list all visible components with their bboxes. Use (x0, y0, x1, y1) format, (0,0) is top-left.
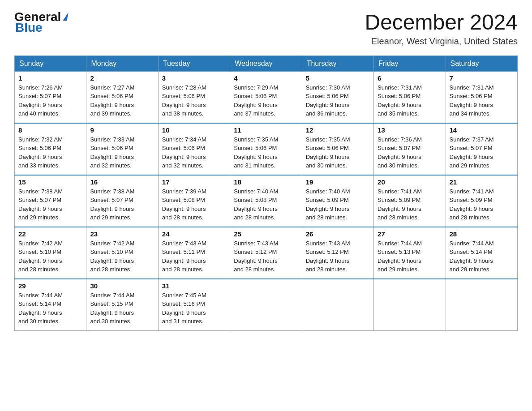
calendar-week-row: 15 Sunrise: 7:38 AM Sunset: 5:07 PM Dayl… (15, 175, 518, 227)
day-info: Sunrise: 7:26 AM Sunset: 5:07 PM Dayligh… (18, 83, 82, 118)
calendar-cell: 13 Sunrise: 7:36 AM Sunset: 5:07 PM Dayl… (374, 123, 446, 175)
calendar-cell: 6 Sunrise: 7:31 AM Sunset: 5:06 PM Dayli… (374, 71, 446, 123)
calendar-cell: 22 Sunrise: 7:42 AM Sunset: 5:10 PM Dayl… (15, 227, 86, 279)
calendar-cell: 27 Sunrise: 7:44 AM Sunset: 5:13 PM Dayl… (374, 227, 446, 279)
day-info: Sunrise: 7:44 AM Sunset: 5:13 PM Dayligh… (378, 239, 442, 274)
calendar-cell (230, 279, 302, 331)
day-info: Sunrise: 7:40 AM Sunset: 5:08 PM Dayligh… (234, 187, 298, 222)
day-info: Sunrise: 7:38 AM Sunset: 5:07 PM Dayligh… (90, 187, 154, 222)
calendar-table: SundayMondayTuesdayWednesdayThursdayFrid… (14, 56, 518, 331)
page-header: General Blue December 2024 Eleanor, West… (14, 11, 518, 47)
day-number: 19 (306, 178, 370, 186)
day-number: 21 (450, 178, 514, 186)
calendar-cell: 18 Sunrise: 7:40 AM Sunset: 5:08 PM Dayl… (230, 175, 302, 227)
calendar-cell: 26 Sunrise: 7:43 AM Sunset: 5:12 PM Dayl… (302, 227, 373, 279)
day-info: Sunrise: 7:41 AM Sunset: 5:09 PM Dayligh… (378, 187, 442, 222)
day-number: 12 (306, 126, 370, 134)
day-number: 16 (90, 178, 154, 186)
day-number: 27 (378, 230, 442, 238)
day-number: 25 (234, 230, 298, 238)
logo: General Blue (14, 11, 68, 34)
calendar-cell: 15 Sunrise: 7:38 AM Sunset: 5:07 PM Dayl… (15, 175, 86, 227)
day-info: Sunrise: 7:30 AM Sunset: 5:06 PM Dayligh… (306, 83, 370, 118)
calendar-cell: 1 Sunrise: 7:26 AM Sunset: 5:07 PM Dayli… (15, 71, 86, 123)
calendar-cell: 8 Sunrise: 7:32 AM Sunset: 5:06 PM Dayli… (15, 123, 86, 175)
day-info: Sunrise: 7:44 AM Sunset: 5:14 PM Dayligh… (18, 291, 82, 326)
day-number: 13 (378, 126, 442, 134)
calendar-day-header: Tuesday (158, 56, 230, 71)
calendar-cell: 12 Sunrise: 7:35 AM Sunset: 5:06 PM Dayl… (302, 123, 373, 175)
month-title: December 2024 (365, 11, 518, 34)
day-number: 6 (378, 74, 442, 82)
calendar-cell: 19 Sunrise: 7:40 AM Sunset: 5:09 PM Dayl… (302, 175, 373, 227)
calendar-cell: 7 Sunrise: 7:31 AM Sunset: 5:06 PM Dayli… (446, 71, 517, 123)
calendar-cell: 11 Sunrise: 7:35 AM Sunset: 5:06 PM Dayl… (230, 123, 302, 175)
calendar-cell (302, 279, 373, 331)
day-number: 7 (450, 74, 514, 82)
day-info: Sunrise: 7:42 AM Sunset: 5:10 PM Dayligh… (18, 239, 82, 274)
day-number: 20 (378, 178, 442, 186)
day-number: 29 (18, 282, 82, 290)
day-number: 22 (18, 230, 82, 238)
day-number: 9 (90, 126, 154, 134)
day-number: 10 (162, 126, 226, 134)
day-number: 17 (162, 178, 226, 186)
calendar-day-header: Friday (374, 56, 446, 71)
logo-triangle-icon (63, 13, 69, 21)
calendar-cell (446, 279, 517, 331)
day-info: Sunrise: 7:29 AM Sunset: 5:06 PM Dayligh… (234, 83, 298, 118)
day-number: 1 (18, 74, 82, 82)
day-info: Sunrise: 7:32 AM Sunset: 5:06 PM Dayligh… (18, 135, 82, 170)
day-info: Sunrise: 7:27 AM Sunset: 5:06 PM Dayligh… (90, 83, 154, 118)
day-info: Sunrise: 7:43 AM Sunset: 5:12 PM Dayligh… (234, 239, 298, 274)
calendar-cell: 25 Sunrise: 7:43 AM Sunset: 5:12 PM Dayl… (230, 227, 302, 279)
day-number: 26 (306, 230, 370, 238)
day-info: Sunrise: 7:34 AM Sunset: 5:06 PM Dayligh… (162, 135, 226, 170)
calendar-week-row: 29 Sunrise: 7:44 AM Sunset: 5:14 PM Dayl… (15, 279, 518, 331)
day-number: 11 (234, 126, 298, 134)
header-right: December 2024 Eleanor, West Virginia, Un… (365, 11, 518, 47)
day-info: Sunrise: 7:38 AM Sunset: 5:07 PM Dayligh… (18, 187, 82, 222)
day-number: 5 (306, 74, 370, 82)
day-number: 4 (234, 74, 298, 82)
day-info: Sunrise: 7:31 AM Sunset: 5:06 PM Dayligh… (378, 83, 442, 118)
calendar-day-header: Thursday (302, 56, 373, 71)
day-info: Sunrise: 7:35 AM Sunset: 5:06 PM Dayligh… (306, 135, 370, 170)
calendar-week-row: 1 Sunrise: 7:26 AM Sunset: 5:07 PM Dayli… (15, 71, 518, 123)
day-info: Sunrise: 7:35 AM Sunset: 5:06 PM Dayligh… (234, 135, 298, 170)
day-info: Sunrise: 7:37 AM Sunset: 5:07 PM Dayligh… (450, 135, 514, 170)
calendar-cell: 3 Sunrise: 7:28 AM Sunset: 5:06 PM Dayli… (158, 71, 230, 123)
logo-blue-text: Blue (15, 21, 68, 34)
day-number: 18 (234, 178, 298, 186)
day-info: Sunrise: 7:44 AM Sunset: 5:14 PM Dayligh… (450, 239, 514, 274)
location: Eleanor, West Virginia, United States (365, 36, 518, 47)
calendar-cell: 14 Sunrise: 7:37 AM Sunset: 5:07 PM Dayl… (446, 123, 517, 175)
calendar-cell: 20 Sunrise: 7:41 AM Sunset: 5:09 PM Dayl… (374, 175, 446, 227)
day-info: Sunrise: 7:42 AM Sunset: 5:10 PM Dayligh… (90, 239, 154, 274)
calendar-cell: 10 Sunrise: 7:34 AM Sunset: 5:06 PM Dayl… (158, 123, 230, 175)
calendar-cell: 21 Sunrise: 7:41 AM Sunset: 5:09 PM Dayl… (446, 175, 517, 227)
calendar-cell: 16 Sunrise: 7:38 AM Sunset: 5:07 PM Dayl… (86, 175, 158, 227)
calendar-cell: 28 Sunrise: 7:44 AM Sunset: 5:14 PM Dayl… (446, 227, 517, 279)
calendar-cell: 23 Sunrise: 7:42 AM Sunset: 5:10 PM Dayl… (86, 227, 158, 279)
calendar-day-header: Wednesday (230, 56, 302, 71)
calendar-cell: 4 Sunrise: 7:29 AM Sunset: 5:06 PM Dayli… (230, 71, 302, 123)
calendar-day-header: Monday (86, 56, 158, 71)
calendar-header-row: SundayMondayTuesdayWednesdayThursdayFrid… (15, 56, 518, 71)
calendar-day-header: Saturday (446, 56, 517, 71)
calendar-cell: 30 Sunrise: 7:44 AM Sunset: 5:15 PM Dayl… (86, 279, 158, 331)
day-info: Sunrise: 7:36 AM Sunset: 5:07 PM Dayligh… (378, 135, 442, 170)
day-number: 28 (450, 230, 514, 238)
calendar-cell: 17 Sunrise: 7:39 AM Sunset: 5:08 PM Dayl… (158, 175, 230, 227)
day-number: 8 (18, 126, 82, 134)
day-number: 23 (90, 230, 154, 238)
calendar-week-row: 8 Sunrise: 7:32 AM Sunset: 5:06 PM Dayli… (15, 123, 518, 175)
day-info: Sunrise: 7:40 AM Sunset: 5:09 PM Dayligh… (306, 187, 370, 222)
day-number: 14 (450, 126, 514, 134)
calendar-cell: 9 Sunrise: 7:33 AM Sunset: 5:06 PM Dayli… (86, 123, 158, 175)
calendar-cell: 31 Sunrise: 7:45 AM Sunset: 5:16 PM Dayl… (158, 279, 230, 331)
day-number: 15 (18, 178, 82, 186)
day-number: 31 (162, 282, 226, 290)
day-info: Sunrise: 7:39 AM Sunset: 5:08 PM Dayligh… (162, 187, 226, 222)
day-info: Sunrise: 7:43 AM Sunset: 5:11 PM Dayligh… (162, 239, 226, 274)
